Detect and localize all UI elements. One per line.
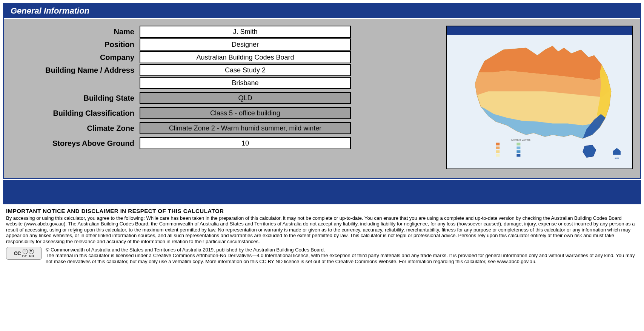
row-building-name-1: Building Name / Address Case Study 2 bbox=[11, 64, 431, 76]
panel-header: General Information bbox=[4, 4, 640, 19]
copyright-section: cc i = BY ND © Commonwealth of Australia… bbox=[3, 246, 641, 268]
label-company: Company bbox=[11, 53, 140, 62]
legend-title: Climate Zones bbox=[511, 138, 530, 141]
australia-map-icon: Climate Zones bbox=[450, 38, 628, 163]
label-position: Position bbox=[11, 40, 140, 49]
map-image-wrap: Climate Zones bbox=[447, 35, 632, 169]
general-information-panel: General Information Name J. Smith Positi… bbox=[3, 3, 641, 179]
svg-rect-5 bbox=[516, 143, 520, 146]
label-building-classification: Building Classification bbox=[11, 109, 140, 118]
row-storeys: Storeys Above Ground 10 bbox=[11, 137, 431, 149]
cc-by-nd-icon: cc i = BY ND bbox=[6, 247, 42, 260]
input-building-name-2[interactable]: Brisbane bbox=[140, 77, 351, 89]
row-position: Position Designer bbox=[11, 38, 431, 51]
map-top-bar bbox=[447, 26, 632, 35]
label-building-state: Building State bbox=[11, 94, 140, 103]
disclaimer-title: IMPORTANT NOTICE AND DISCLAIMER IN RESPE… bbox=[6, 208, 638, 215]
cc-main-label: cc bbox=[14, 249, 21, 257]
row-climate-zone: Climate Zone Climate Zone 2 - Warm humid… bbox=[11, 122, 431, 134]
svg-rect-4 bbox=[496, 154, 500, 157]
input-company[interactable]: Australian Building Codes Board bbox=[140, 51, 351, 63]
climate-zone-map: Climate Zones bbox=[446, 26, 633, 169]
row-building-classification: Building Classification Class 5 - office… bbox=[11, 107, 431, 119]
disclaimer-body: By accessing or using this calculator, y… bbox=[6, 215, 638, 245]
select-building-state[interactable]: QLD bbox=[140, 92, 351, 104]
row-building-state: Building State QLD bbox=[11, 92, 431, 104]
cc-by-label: BY bbox=[22, 254, 27, 258]
panel-body: Name J. Smith Position Designer Company … bbox=[4, 19, 640, 178]
cc-nd-circle-icon: = bbox=[29, 249, 34, 254]
svg-rect-3 bbox=[496, 150, 500, 153]
input-position[interactable]: Designer bbox=[140, 38, 351, 51]
input-storeys[interactable]: 10 bbox=[140, 137, 351, 149]
svg-rect-1 bbox=[496, 143, 500, 146]
svg-rect-2 bbox=[496, 147, 500, 149]
input-name[interactable]: J. Smith bbox=[140, 26, 351, 38]
label-climate-zone: Climate Zone bbox=[11, 124, 140, 133]
input-building-name-1[interactable]: Case Study 2 bbox=[140, 64, 351, 76]
cc-by-circle-icon: i bbox=[23, 249, 28, 254]
row-name: Name J. Smith bbox=[11, 26, 431, 38]
cc-nd-label: ND bbox=[29, 254, 34, 258]
select-building-classification[interactable]: Class 5 - office building bbox=[140, 107, 351, 119]
row-building-name-2: Brisbane bbox=[11, 77, 431, 89]
row-company: Company Australian Building Codes Board bbox=[11, 51, 431, 63]
disclaimer-section: IMPORTANT NOTICE AND DISCLAIMER IN RESPE… bbox=[3, 205, 641, 246]
select-climate-zone[interactable]: Climate Zone 2 - Warm humid summer, mild… bbox=[140, 122, 351, 134]
svg-text:abcb: abcb bbox=[615, 157, 619, 159]
label-building-name: Building Name / Address bbox=[11, 66, 140, 75]
label-name: Name bbox=[11, 28, 140, 36]
svg-rect-6 bbox=[516, 147, 520, 149]
copyright-text: © Commonwealth of Australia and the Stat… bbox=[46, 247, 638, 265]
svg-rect-7 bbox=[516, 150, 520, 153]
separator-bar bbox=[3, 179, 641, 205]
label-storeys: Storeys Above Ground bbox=[11, 139, 140, 148]
map-column: Climate Zones bbox=[446, 26, 633, 169]
form-column: Name J. Smith Position Designer Company … bbox=[11, 26, 431, 169]
svg-rect-8 bbox=[516, 154, 520, 157]
